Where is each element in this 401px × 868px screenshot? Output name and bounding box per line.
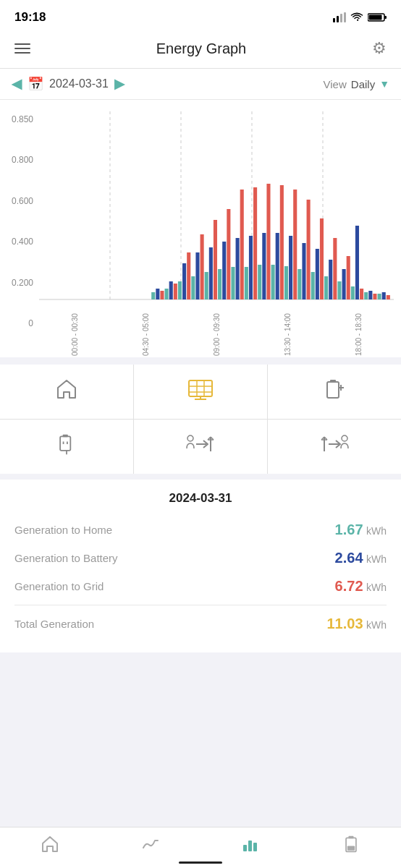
svg-rect-2 — [340, 14, 342, 22]
svg-rect-57 — [351, 286, 355, 299]
svg-rect-21 — [191, 276, 195, 299]
home-indicator — [179, 861, 222, 864]
svg-rect-25 — [209, 247, 213, 299]
svg-rect-22 — [195, 252, 199, 299]
import-grid-cell[interactable] — [268, 420, 401, 474]
y-label-0: 0 — [28, 318, 33, 328]
bottom-nav — [0, 827, 401, 868]
status-time: 19:18 — [14, 10, 46, 25]
nav-trends-icon — [141, 835, 160, 854]
battery-icon — [368, 12, 387, 22]
svg-rect-24 — [205, 272, 208, 299]
x-label-4: 13:30 - 14:00 — [284, 336, 292, 356]
svg-rect-13 — [156, 289, 159, 299]
stat-num-gen-grid: 6.72 — [335, 578, 363, 594]
svg-rect-77 — [60, 436, 70, 451]
chart-svg — [39, 111, 394, 328]
svg-rect-28 — [222, 242, 226, 299]
svg-rect-33 — [245, 267, 248, 299]
prev-date-button[interactable]: ◀ — [12, 76, 22, 92]
export-grid-cell[interactable] — [134, 420, 267, 474]
stat-value-gen-battery: 2.64 kWh — [335, 550, 387, 566]
x-label-1: 00:00 - 00:30 — [71, 336, 79, 356]
stat-num-gen-home: 1.67 — [335, 522, 363, 537]
y-label-400: 0.400 — [12, 237, 33, 247]
x-label-2: 04:30 - 05:00 — [142, 336, 150, 356]
svg-rect-20 — [187, 252, 190, 299]
stat-label-total: Total Generation — [14, 618, 94, 630]
svg-rect-43 — [289, 236, 292, 299]
stat-unit-total: kWh — [366, 619, 387, 631]
nav-graph-item[interactable] — [200, 835, 301, 854]
svg-rect-50 — [320, 218, 324, 299]
stats-panel: 2024-03-31 Generation to Home 1.67 kWh G… — [0, 480, 401, 652]
svg-rect-3 — [344, 12, 346, 22]
svg-rect-47 — [307, 200, 311, 299]
svg-rect-62 — [373, 294, 376, 299]
settings-icon[interactable]: ⚙ — [372, 39, 387, 58]
svg-rect-66 — [189, 380, 212, 396]
x-label-3: 09:00 - 09:30 — [213, 336, 221, 356]
stat-num-gen-battery: 2.64 — [335, 550, 363, 566]
stat-unit-gen-grid: kWh — [366, 582, 387, 593]
svg-rect-34 — [249, 236, 253, 299]
view-dropdown-arrow[interactable]: ▼ — [379, 78, 389, 90]
home-icon — [55, 378, 78, 406]
chart-area: 00:00 - 00:30 04:30 - 05:00 09:00 - 09:3… — [39, 111, 394, 357]
solar-panel-cell[interactable] — [134, 365, 267, 419]
svg-rect-61 — [368, 291, 372, 299]
svg-rect-30 — [231, 267, 235, 299]
svg-rect-63 — [378, 294, 381, 299]
battery-add-cell[interactable] — [268, 365, 401, 419]
svg-rect-29 — [227, 209, 230, 299]
plug-cell[interactable] — [0, 420, 133, 474]
svg-rect-0 — [333, 18, 335, 22]
nav-home-item[interactable] — [0, 835, 101, 854]
svg-rect-99 — [347, 846, 355, 851]
svg-rect-17 — [174, 284, 177, 299]
home-cell[interactable] — [0, 365, 133, 419]
svg-rect-45 — [297, 269, 301, 299]
energy-chart: 0.850 0.800 0.600 0.400 0.200 0 — [0, 100, 401, 357]
nav-battery-icon — [343, 835, 359, 854]
x-axis: 00:00 - 00:30 04:30 - 05:00 09:00 - 09:3… — [39, 331, 394, 357]
svg-rect-15 — [165, 289, 169, 299]
status-icons — [333, 12, 387, 22]
svg-rect-73 — [327, 382, 339, 398]
stat-row-gen-battery: Generation to Battery 2.64 kWh — [14, 544, 387, 572]
wifi-icon — [350, 12, 363, 22]
stat-label-gen-battery: Generation to Battery — [14, 552, 118, 564]
svg-rect-78 — [63, 435, 68, 438]
stat-label-gen-home: Generation to Home — [14, 524, 112, 536]
stat-unit-gen-battery: kWh — [366, 553, 387, 565]
svg-rect-96 — [253, 843, 257, 851]
battery-add-icon — [324, 378, 345, 406]
svg-rect-49 — [316, 249, 319, 299]
plug-icon — [56, 433, 77, 461]
svg-rect-98 — [348, 836, 353, 838]
page-title: Energy Graph — [30, 41, 372, 57]
svg-point-93 — [342, 435, 347, 441]
svg-rect-53 — [333, 238, 337, 299]
svg-rect-51 — [324, 276, 328, 299]
app-header: Energy Graph ⚙ — [0, 32, 401, 69]
svg-rect-40 — [276, 233, 279, 299]
svg-rect-38 — [266, 184, 270, 299]
y-axis: 0.850 0.800 0.600 0.400 0.200 0 — [0, 111, 39, 357]
nav-battery-item[interactable] — [301, 835, 402, 854]
y-label-800: 0.800 — [12, 155, 33, 165]
svg-rect-14 — [160, 291, 164, 299]
view-value: Daily — [351, 78, 375, 90]
svg-rect-37 — [262, 233, 266, 299]
next-date-button[interactable]: ▶ — [114, 76, 124, 92]
calendar-icon[interactable]: 📅 — [28, 76, 43, 92]
svg-rect-46 — [302, 243, 305, 299]
svg-rect-12 — [151, 292, 155, 299]
nav-trends-item[interactable] — [101, 835, 201, 854]
svg-rect-44 — [293, 190, 297, 299]
signal-icon — [333, 12, 346, 22]
svg-rect-94 — [243, 845, 247, 851]
svg-rect-48 — [311, 272, 315, 299]
svg-rect-1 — [337, 16, 339, 22]
menu-button[interactable] — [14, 43, 30, 54]
